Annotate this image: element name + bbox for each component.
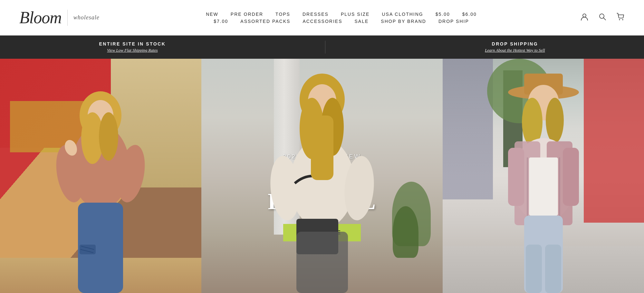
svg-rect-36 — [529, 157, 558, 216]
svg-rect-43 — [545, 245, 561, 293]
nav-shop-by-brand[interactable]: SHOP BY BRAND — [381, 19, 426, 24]
nav-row-2: $7.00 ASSORTED PACKS ACCESSORIES SALE SH… — [214, 19, 469, 24]
svg-rect-42 — [526, 245, 542, 293]
banner-right-link[interactable]: Learn About the Hottest Way to Sell — [485, 48, 545, 53]
model-left-figure — [43, 74, 159, 293]
site-header: Bloom wholesale NEW PRE ORDER TOPS DRESS… — [0, 0, 644, 35]
svg-line-2 — [604, 18, 606, 20]
nav-drop-ship[interactable]: DROP SHIP — [438, 19, 469, 24]
model-center-figure — [242, 61, 403, 293]
nav-six-dollar[interactable]: $6.00 — [462, 12, 477, 17]
banner-divider — [325, 41, 325, 54]
logo-divider — [67, 10, 68, 26]
banner-left: ENTIRE SITE IN STOCK View Low Flat Shipp… — [99, 41, 166, 53]
header-icons — [573, 13, 625, 23]
nav-usa-clothing[interactable]: USA CLOTHING — [382, 12, 423, 17]
svg-point-3 — [619, 19, 620, 20]
nav-row-1: NEW PRE ORDER TOPS DRESSES PLUS SIZE USA… — [206, 12, 477, 17]
nav-tops[interactable]: TOPS — [275, 12, 290, 17]
banner-left-title: ENTIRE SITE IN STOCK — [99, 41, 166, 46]
search-icon[interactable] — [598, 13, 607, 23]
svg-rect-27 — [311, 116, 333, 180]
svg-rect-39 — [508, 148, 524, 206]
hero-panel-right — [443, 59, 644, 293]
logo-area: Bloom wholesale — [19, 9, 110, 26]
svg-point-15 — [99, 112, 118, 161]
hero-panel-center: 2023 FALL PREVIEW FALL REVIVAL SHOP HERE — [201, 59, 443, 293]
nav-assorted-packs[interactable]: ASSORTED PACKS — [240, 19, 290, 24]
nav-sale[interactable]: SALE — [355, 19, 369, 24]
banner-bar: ENTIRE SITE IN STOCK View Low Flat Shipp… — [0, 35, 644, 59]
nav-new[interactable]: NEW — [206, 12, 218, 17]
nav-accessories[interactable]: ACCESSORIES — [303, 19, 342, 24]
account-icon[interactable] — [580, 13, 589, 23]
nav-seven-dollar[interactable]: $7.00 — [214, 19, 228, 24]
svg-point-1 — [600, 14, 604, 18]
logo-script[interactable]: Bloom — [19, 9, 62, 26]
nav-five-dollar[interactable]: $5.00 — [436, 12, 450, 17]
nav-pre-order[interactable]: PRE ORDER — [231, 12, 263, 17]
hero-section: 2023 FALL PREVIEW FALL REVIVAL SHOP HERE — [0, 59, 644, 293]
nav-plus-size[interactable]: PLUS SIZE — [341, 12, 370, 17]
logo-wholesale: wholesale — [73, 14, 100, 21]
nav-dresses[interactable]: DRESSES — [303, 12, 329, 17]
svg-rect-22 — [296, 232, 348, 293]
banner-right-title: DROP SHIPPING — [492, 41, 538, 46]
svg-point-0 — [583, 14, 586, 17]
banner-right: DROP SHIPPING Learn About the Hottest Wa… — [485, 41, 545, 53]
svg-point-32 — [546, 98, 564, 143]
svg-point-4 — [622, 19, 623, 20]
banner-left-link[interactable]: View Low Flat Shipping Rates — [107, 48, 158, 53]
model-right-figure — [482, 67, 605, 293]
cart-icon[interactable] — [616, 13, 625, 23]
hero-panel-left — [0, 59, 201, 293]
main-nav: NEW PRE ORDER TOPS DRESSES PLUS SIZE USA… — [110, 12, 573, 24]
svg-rect-40 — [563, 148, 579, 206]
